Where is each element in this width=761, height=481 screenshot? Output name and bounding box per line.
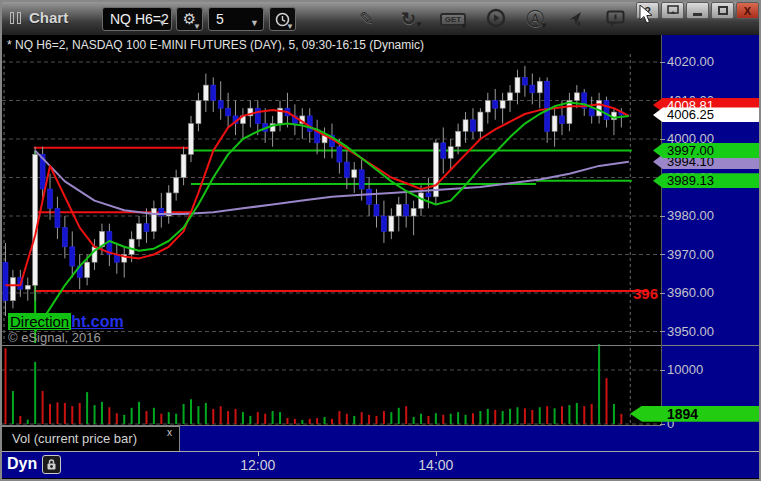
candle-body xyxy=(151,208,156,231)
candle-body xyxy=(470,120,475,132)
mid-ma-line xyxy=(35,102,629,331)
chevron-down-icon: ▼ xyxy=(540,21,548,30)
candle-body xyxy=(545,81,550,131)
candle-body xyxy=(337,147,342,162)
watermark-link[interactable]: ht.com xyxy=(71,313,123,330)
candle-body xyxy=(589,108,594,116)
candle-body xyxy=(359,170,364,189)
candle-body xyxy=(537,81,542,93)
candle-body xyxy=(374,204,379,216)
candle-body xyxy=(307,116,312,131)
candle-body xyxy=(515,77,520,92)
tab-volume-indicator[interactable]: Vol (current price bar) x xyxy=(2,426,180,451)
candle-body xyxy=(174,178,179,193)
candle-body xyxy=(211,85,216,100)
candle-body xyxy=(196,101,201,124)
candle-body xyxy=(218,101,223,109)
candle-body xyxy=(48,189,53,208)
candle-body xyxy=(352,170,357,178)
close-icon: X xyxy=(744,5,751,17)
minimize-icon xyxy=(693,13,702,16)
candle-body xyxy=(560,116,565,124)
play-icon[interactable] xyxy=(486,8,506,33)
watermark: Directionht.com xyxy=(8,313,124,331)
chevron-down-icon[interactable]: ▼ xyxy=(158,12,167,34)
candle-body xyxy=(456,131,461,146)
chat-icon[interactable] xyxy=(606,10,626,33)
send-icon[interactable] xyxy=(566,9,584,33)
candle-body xyxy=(522,77,527,85)
chevron-down-icon: ▼ xyxy=(460,22,468,31)
candle-body xyxy=(404,204,409,216)
tab-volume-label: Vol (current price bar) xyxy=(12,431,137,446)
time-tick-mark xyxy=(258,452,259,456)
candle-body xyxy=(433,143,438,197)
candle-body xyxy=(463,120,468,132)
dock-icon xyxy=(667,5,679,16)
tab-close-icon[interactable]: x xyxy=(167,428,172,438)
candle-body xyxy=(55,208,60,227)
symbol-input[interactable]: NQ H6=2 ▼ xyxy=(102,7,172,31)
mouse-cursor xyxy=(638,5,654,25)
candle-body xyxy=(137,224,142,239)
window-title: Chart xyxy=(29,9,68,26)
dock-button[interactable] xyxy=(661,2,684,19)
candle-body xyxy=(181,154,186,177)
maximize-button[interactable] xyxy=(711,2,734,19)
candle-body xyxy=(478,112,483,131)
time-template-button[interactable]: ▼ xyxy=(269,7,296,31)
candle-body xyxy=(411,208,416,216)
candle-body xyxy=(441,143,446,158)
candle-body xyxy=(189,124,194,155)
minimize-button[interactable] xyxy=(686,2,709,19)
interval-value: 5 xyxy=(216,11,224,27)
candle-body xyxy=(25,285,30,289)
candle-body xyxy=(85,262,90,277)
pane-separator[interactable] xyxy=(2,345,759,346)
chart-title: * NQ H6=2, NASDAQ 100 E-MINI FUTURES (DA… xyxy=(7,38,424,52)
slow-ma-line xyxy=(35,151,629,215)
watermark-highlight: Direction xyxy=(8,313,71,330)
candle-body xyxy=(396,204,401,216)
candle-body xyxy=(567,101,572,124)
chevron-down-icon: ▼ xyxy=(286,22,294,31)
time-tick-mark xyxy=(436,452,437,456)
candle-body xyxy=(226,108,231,116)
candle-body xyxy=(508,93,513,101)
chart-canvas[interactable] xyxy=(0,0,761,481)
candle-body xyxy=(574,93,579,101)
time-axis-bar[interactable]: Dyn 12:0014:00 xyxy=(2,451,759,478)
candle-body xyxy=(381,216,386,231)
refresh-icon[interactable]: ↻ xyxy=(401,9,416,29)
candle-body xyxy=(166,193,171,216)
candle-body xyxy=(389,216,394,231)
candle-body xyxy=(33,154,38,285)
candle-body xyxy=(530,85,535,93)
time-tick-label: 14:00 xyxy=(414,457,458,473)
lock-icon xyxy=(45,458,58,471)
dynamic-mode-label: Dyn xyxy=(7,455,37,473)
indicator-tab-row: Vol (current price bar) x xyxy=(2,426,662,451)
candle-body xyxy=(597,101,602,116)
candle-body xyxy=(485,101,490,113)
candle-body xyxy=(10,278,15,301)
candle-body xyxy=(419,193,424,208)
candle-body xyxy=(552,116,557,131)
candle-body xyxy=(255,108,260,123)
interval-input[interactable]: 5 ▼ xyxy=(208,7,264,31)
candle-body xyxy=(203,85,208,100)
candle-body xyxy=(448,147,453,159)
red-line-price-label: 396 xyxy=(633,285,658,302)
settings-button[interactable]: ⚙ ▼ xyxy=(176,7,203,31)
close-button[interactable]: X xyxy=(736,2,759,19)
time-lock-button[interactable] xyxy=(42,455,61,474)
candle-body xyxy=(604,101,609,120)
candle-body xyxy=(493,101,498,109)
pencil-icon[interactable]: ✎ xyxy=(359,9,374,29)
candle-body xyxy=(144,224,149,232)
copyright-label: © eSignal, 2016 xyxy=(8,330,101,345)
candle-body xyxy=(62,228,67,247)
chevron-down-icon[interactable]: ▼ xyxy=(250,12,259,34)
candle-body xyxy=(129,239,134,254)
candle-body xyxy=(344,162,349,177)
